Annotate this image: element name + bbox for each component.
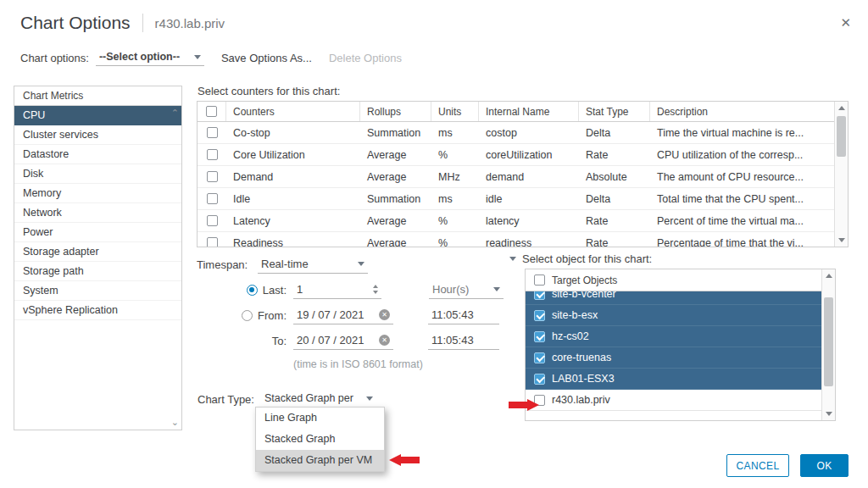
close-icon[interactable]: ✕ — [837, 12, 854, 34]
to-time-input[interactable]: 11:05:43 — [428, 332, 499, 350]
header-divider — [142, 14, 143, 32]
delete-options-button[interactable]: Delete Options — [329, 52, 402, 64]
object-checkbox[interactable] — [534, 374, 545, 385]
row-checkbox[interactable] — [207, 237, 218, 247]
object-checkbox[interactable] — [534, 352, 545, 363]
cell-stat-type: Rate — [579, 215, 650, 227]
clear-date-icon[interactable]: ✕ — [379, 309, 390, 320]
cell-units: % — [431, 237, 479, 247]
scroll-up-icon[interactable] — [822, 269, 835, 282]
scroll-down-icon[interactable] — [835, 234, 848, 247]
cell-rollup: Average — [360, 215, 431, 227]
chart-type-select[interactable]: Stacked Graph per — [261, 391, 376, 408]
object-row-core-truenas[interactable]: core-truenas — [526, 347, 821, 369]
metric-item-network[interactable]: Network — [14, 203, 181, 223]
ok-button[interactable]: OK — [800, 454, 849, 477]
metric-item-memory[interactable]: Memory — [14, 184, 181, 203]
scroll-up-icon[interactable] — [835, 102, 848, 114]
metric-item-power[interactable]: Power — [14, 223, 181, 242]
object-checkbox[interactable] — [534, 310, 545, 321]
column-header-description: Description — [650, 102, 834, 121]
select-all-objects-checkbox[interactable] — [534, 274, 545, 286]
row-checkbox[interactable] — [207, 149, 218, 160]
cell-counter: Demand — [226, 171, 360, 183]
iso-format-hint: (time is in ISO 8601 format) — [293, 358, 423, 370]
annotation-arrow-target-object — [509, 399, 539, 411]
scrollbar-thumb[interactable] — [824, 297, 833, 386]
select-all-checkbox[interactable] — [206, 106, 217, 117]
cell-internal-name: demand — [479, 171, 579, 183]
metric-item-storage-path[interactable]: Storage path — [14, 262, 181, 281]
header-subtitle: r430.lab.priv — [155, 16, 225, 30]
row-checkbox[interactable] — [207, 215, 218, 226]
metric-item-datastore[interactable]: Datastore — [14, 145, 181, 164]
scroll-up-icon[interactable]: ⌃ — [171, 108, 179, 119]
cell-counter: Latency — [226, 215, 360, 227]
scrollbar-thumb[interactable] — [837, 116, 846, 157]
target-section-label-row: Select object for this chart: — [509, 252, 652, 265]
table-row[interactable]: Idle Summation ms idle Delta Total time … — [198, 188, 834, 210]
time-unit-value: Hour(s) — [432, 283, 469, 296]
table-scrollbar[interactable] — [834, 102, 848, 247]
object-row-lab01-esx3[interactable]: LAB01-ESX3 — [526, 369, 821, 390]
chevron-down-icon — [194, 55, 201, 59]
from-date-input[interactable]: 19 / 07 / 2021 ✕ — [293, 307, 393, 324]
save-options-button[interactable]: Save Options As... — [221, 52, 312, 64]
to-date-input[interactable]: 20 / 07 / 2021 ✕ — [293, 332, 393, 350]
table-row[interactable]: Core Utilization Average % coreUtilizati… — [198, 144, 834, 166]
cell-rollup: Average — [360, 237, 431, 247]
object-row-hz-cs02[interactable]: hz-cs02 — [526, 326, 821, 347]
metric-item-system[interactable]: System — [14, 281, 181, 301]
menu-item-stacked-graph[interactable]: Stacked Graph — [256, 429, 384, 450]
metric-item-disk[interactable]: Disk — [14, 164, 181, 184]
last-radio[interactable] — [247, 285, 258, 296]
cell-stat-type: Rate — [579, 237, 650, 247]
chart-options-select[interactable]: --Select option-- — [96, 49, 204, 66]
from-time-input[interactable]: 11:05:43 — [428, 307, 499, 324]
object-row-r430-lab-priv[interactable]: r430.lab.priv — [526, 390, 821, 411]
target-scrollbar[interactable] — [821, 269, 835, 420]
column-header-units: Units — [431, 102, 479, 121]
object-checkbox[interactable] — [534, 331, 545, 342]
cell-stat-type: Delta — [579, 193, 650, 205]
chevron-down-icon — [366, 396, 373, 401]
last-value-input[interactable]: 1 — [293, 281, 381, 299]
table-row[interactable]: Latency Average % latency Rate Percent o… — [198, 210, 834, 232]
cancel-button[interactable]: CANCEL — [726, 454, 789, 477]
row-checkbox[interactable] — [207, 171, 218, 182]
metric-item-cpu[interactable]: CPU — [14, 106, 181, 125]
cell-units: MHz — [431, 171, 479, 183]
row-checkbox[interactable] — [207, 127, 218, 138]
scrollbar-track[interactable] — [822, 282, 835, 408]
row-checkbox[interactable] — [207, 193, 218, 204]
timespan-select-value: Real-time — [261, 258, 309, 270]
collapse-chevron-icon[interactable] — [509, 257, 516, 261]
object-checkbox[interactable] — [534, 291, 545, 300]
metric-item-storage-adapter[interactable]: Storage adapter — [14, 242, 181, 262]
menu-item-stacked-graph-per-vm[interactable]: Stacked Graph per VM — [256, 450, 384, 471]
clear-date-icon[interactable]: ✕ — [379, 335, 390, 346]
object-name: site-b-vcenter — [552, 291, 616, 300]
scrollbar-track[interactable] — [835, 114, 848, 234]
from-time-value: 11:05:43 — [431, 308, 474, 321]
cell-description: Time the virtual machine is re... — [650, 127, 834, 139]
cell-description: CPU utilization of the corresp... — [650, 149, 834, 161]
table-row[interactable]: Readiness Average % readiness Rate Perce… — [198, 232, 834, 247]
menu-item-line-graph[interactable]: Line Graph — [256, 408, 384, 429]
from-label: From: — [258, 309, 287, 322]
metric-item-cluster-services[interactable]: Cluster services — [14, 125, 181, 145]
scroll-down-icon[interactable]: ⌄ — [171, 417, 179, 428]
from-date-value: 19 / 07 / 2021 — [297, 308, 364, 321]
cell-counter: Idle — [226, 193, 360, 205]
from-radio[interactable] — [242, 310, 253, 321]
timespan-select[interactable]: Real-time — [258, 256, 368, 274]
chart-type-label: Chart Type: — [198, 393, 254, 406]
object-row-site-b-vcenter[interactable]: site-b-vcenter — [526, 291, 821, 305]
metric-item-vsphere-replication[interactable]: vSphere Replication — [14, 301, 181, 320]
table-row[interactable]: Co-stop Summation ms costop Delta Time t… — [198, 122, 834, 144]
scroll-down-icon[interactable] — [822, 408, 835, 420]
object-row-site-b-esx[interactable]: site-b-esx — [526, 305, 821, 326]
time-unit-select[interactable]: Hour(s) — [429, 281, 504, 299]
table-row[interactable]: Demand Average MHz demand Absolute The a… — [198, 166, 834, 188]
stepper-icon[interactable] — [373, 285, 378, 294]
